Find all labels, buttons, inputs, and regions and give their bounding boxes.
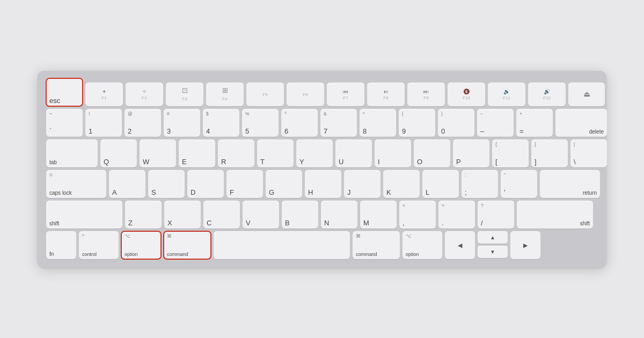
key-8[interactable]: * 8 [360,109,396,137]
key-d[interactable]: D [187,170,224,198]
key-6[interactable]: ^ 6 [281,109,318,137]
key-v[interactable]: V [243,201,279,229]
key-f1[interactable]: ✦F1 [85,83,123,106]
key-semicolon[interactable]: : ; [462,170,498,198]
key-capslock[interactable]: caps lock [46,170,106,198]
key-command-right[interactable]: ⌘ command [353,231,400,259]
key-lbrace[interactable]: { [ [492,139,529,167]
key-fn-bottom[interactable]: fn [46,231,76,259]
key-5[interactable]: % 5 [242,109,279,137]
key-eject[interactable]: ⏏ [568,83,605,106]
keyboard: esc ✦F1 ✧F2 ⊡F3 ⊞F4 F5 F6 ⏮F7 ⏯F8 ⏭F9 🔇 [38,71,606,268]
key-f7[interactable]: ⏮F7 [327,83,364,106]
caps-row: caps lock A S D F G H J K L : ; [46,170,598,198]
key-x[interactable]: X [164,201,201,229]
key-t[interactable]: T [257,139,294,167]
key-z[interactable]: Z [125,201,162,229]
f12-icon: 🔊F12 [543,89,551,101]
key-h[interactable]: H [305,170,341,198]
key-arrow-updown: ▲ ▼ [478,231,508,259]
key-g[interactable]: G [266,170,302,198]
key-j[interactable]: J [344,170,380,198]
key-u[interactable]: U [335,139,372,167]
f9-icon: ⏭F9 [423,89,429,101]
key-7[interactable]: & 7 [320,109,357,137]
key-3[interactable]: # 3 [164,109,200,137]
f3-icon: ⊡F3 [182,87,188,102]
f2-icon: ✧F2 [142,89,147,101]
key-arrow-right[interactable]: ▶ [510,231,540,259]
key-y[interactable]: Y [296,139,333,167]
key-minus[interactable]: – – [477,109,514,137]
key-f4[interactable]: ⊞F4 [206,83,244,106]
key-4[interactable]: $ 4 [203,109,239,137]
key-tab[interactable]: tab [46,139,98,167]
key-f6[interactable]: F6 [287,83,324,106]
key-equals[interactable]: + = [516,109,553,137]
key-e[interactable]: E [179,139,215,167]
key-command-left[interactable]: ⌘ command [164,231,211,259]
f7-icon: ⏮F7 [343,89,348,101]
f4-icon: ⊞F4 [222,87,228,102]
key-space[interactable] [214,231,350,259]
key-n[interactable]: N [321,201,357,229]
key-arrow-left[interactable]: ◀ [445,231,475,259]
key-f10[interactable]: 🔇F10 [448,83,485,106]
key-i[interactable]: I [375,139,411,167]
key-control[interactable]: ^ control [79,231,119,259]
key-p[interactable]: P [453,139,489,167]
key-f5[interactable]: F5 [246,83,284,106]
key-m[interactable]: M [360,201,397,229]
key-c[interactable]: C [203,201,240,229]
key-option-right[interactable]: ⌥ option [402,231,442,259]
key-arrow-down[interactable]: ▼ [478,246,508,258]
key-b[interactable]: B [282,201,318,229]
f1-icon: ✦F1 [101,89,106,101]
f6-icon: F6 [303,91,308,98]
key-f[interactable]: F [226,170,263,198]
shift-row: shift Z X C V B N M < , > . [46,201,598,229]
key-backslash[interactable]: | \ [570,139,607,167]
key-arrow-up[interactable]: ▲ [478,231,508,244]
key-w[interactable]: W [140,139,176,167]
key-f12[interactable]: 🔊F12 [528,83,566,106]
num-row: ~ ` ! 1 @ 2 # 3 $ 4 % 5 ^ 6 & 7 [46,109,598,137]
esc-label: esc [49,97,60,104]
key-9[interactable]: ( 9 [399,109,435,137]
key-q[interactable]: Q [100,139,137,167]
key-shift-left[interactable]: shift [46,201,122,229]
f8-icon: ⏯F8 [383,89,389,101]
key-f9[interactable]: ⏭F9 [407,83,445,106]
key-f2[interactable]: ✧F2 [126,83,163,106]
key-option-left[interactable]: ⌥ option [121,231,161,259]
key-f8[interactable]: ⏯F8 [367,83,405,106]
key-r[interactable]: R [218,139,254,167]
key-slash[interactable]: ? / [478,201,514,229]
key-l[interactable]: L [422,170,459,198]
fn-row: esc ✦F1 ✧F2 ⊡F3 ⊞F4 F5 F6 ⏮F7 ⏯F8 ⏭F9 🔇 [46,78,598,106]
f5-icon: F5 [262,91,267,98]
key-f3[interactable]: ⊡F3 [166,83,203,106]
key-shift-right[interactable]: shift [517,201,593,229]
key-esc[interactable]: esc [46,78,83,106]
key-a[interactable]: A [109,170,145,198]
key-f11[interactable]: 🔈F11 [488,83,525,106]
eject-icon: ⏏ [583,90,590,98]
key-0[interactable]: ) 0 [438,109,474,137]
key-s[interactable]: S [148,170,185,198]
tab-row: tab Q W E R T Y U I O P [46,139,598,167]
key-delete[interactable]: delete [555,109,607,137]
key-rbrace[interactable]: } ] [531,139,568,167]
key-2[interactable]: @ 2 [125,109,161,137]
key-comma[interactable]: < , [399,201,436,229]
key-period[interactable]: > . [438,201,475,229]
bottom-row: fn ^ control ⌥ option ⌘ command ⌘ comman… [46,231,598,259]
key-return[interactable]: return [540,170,600,198]
f10-icon: 🔇F10 [463,89,470,101]
key-quote[interactable]: " ' [501,170,537,198]
key-1[interactable]: ! 1 [85,109,122,137]
key-k[interactable]: K [383,170,420,198]
capslock-dot [49,173,53,177]
key-o[interactable]: O [414,139,450,167]
key-tilde[interactable]: ~ ` [46,109,83,137]
